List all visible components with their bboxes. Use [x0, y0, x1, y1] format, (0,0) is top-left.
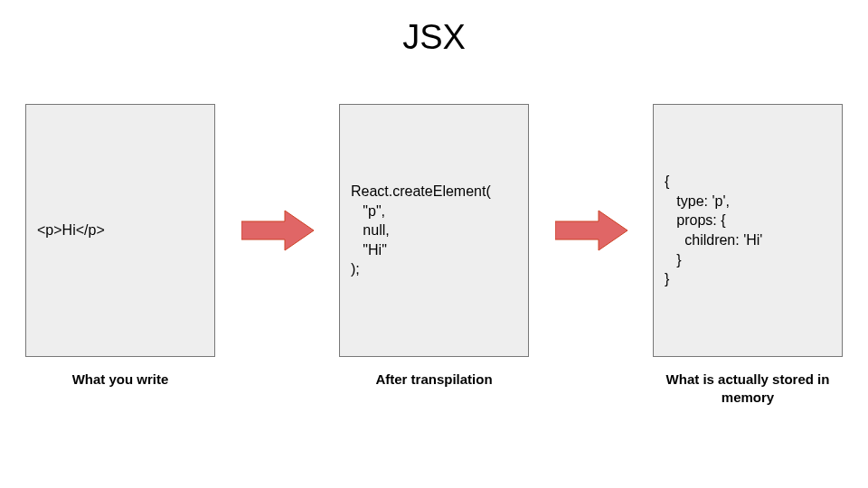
code-block: React.createElement( "p", null, "Hi" ); [351, 182, 491, 279]
caption-row: What you write After transpilation What … [25, 371, 843, 406]
diagram-row: <p>Hi</p> React.createElement( "p", null… [25, 104, 843, 357]
code-block: <p>Hi</p> [37, 221, 105, 240]
caption-stored-in-memory: What is actually stored in memory [653, 371, 843, 406]
panel-stored-in-memory: { type: 'p', props: { children: 'Hi' } } [653, 104, 843, 357]
code-block: { type: 'p', props: { children: 'Hi' } } [665, 172, 762, 289]
caption-after-transpilation: After transpilation [339, 371, 529, 406]
arrow-icon [241, 209, 314, 252]
caption-what-you-write: What you write [25, 371, 215, 406]
arrow-icon [555, 209, 627, 252]
page-title: JSX [0, 18, 868, 57]
panel-what-you-write: <p>Hi</p> [25, 104, 215, 357]
svg-marker-0 [241, 211, 314, 250]
panel-after-transpilation: React.createElement( "p", null, "Hi" ); [339, 104, 529, 357]
svg-marker-1 [555, 211, 627, 250]
